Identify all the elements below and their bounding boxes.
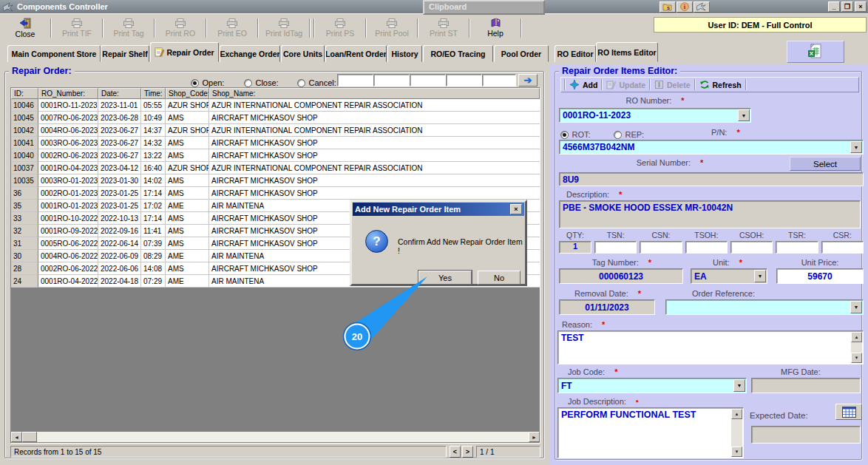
ro-row[interactable]: 10042 0004RO-06-2023 2023-06-27 14:37 AZ…	[11, 124, 540, 137]
hscroll-track[interactable]	[37, 432, 529, 442]
filter-input-4[interactable]	[446, 74, 482, 86]
refresh-button[interactable]: Refresh	[699, 80, 742, 89]
col-ro-number[interactable]: RO_Number:	[38, 88, 98, 99]
description-field[interactable]: PBE - SMOKE HOOD ESSEX MR-10042N	[559, 200, 861, 228]
scroll-down-icon[interactable]: ▼	[731, 447, 742, 457]
close-icon[interactable]: ×	[510, 204, 522, 214]
page-next-button[interactable]: >	[462, 446, 473, 458]
ro-number-combo[interactable]: 0001RO-11-2023 ▼	[559, 108, 751, 123]
measure-field[interactable]	[594, 241, 637, 254]
unit-combo[interactable]: EA ▼	[691, 268, 767, 284]
chevron-down-icon[interactable]: ▼	[754, 270, 766, 282]
measure-field[interactable]	[776, 241, 818, 254]
tab-loan-rent-order[interactable]: Loan/Rent Order	[325, 45, 387, 62]
close-window-button[interactable]: ×	[855, 1, 867, 12]
tab-history[interactable]: History	[387, 45, 422, 62]
filter-input-1[interactable]	[337, 74, 373, 86]
expected-date-field[interactable]	[751, 426, 861, 444]
ro-row[interactable]: 10046 0001RO-11-2023 2023-11-01 05:55 AZ…	[11, 99, 540, 112]
no-button[interactable]: No	[478, 271, 521, 285]
clipboard-window[interactable]: Clipboard	[423, 0, 545, 15]
ro-row[interactable]: 10037 0001RO-04-2023 2023-04-12 16:40 AZ…	[11, 162, 540, 174]
scroll-up-icon[interactable]: ▲	[731, 409, 742, 419]
filter-input-5[interactable]	[482, 74, 516, 86]
pn-combo[interactable]: 4566M37B042NM ▼	[559, 140, 864, 155]
col-id[interactable]: ID:	[11, 88, 38, 99]
filter-input-3[interactable]	[410, 74, 446, 86]
scroll-right-icon[interactable]: ►	[529, 432, 540, 442]
delete-button[interactable]: Delete	[654, 80, 691, 89]
measure-field[interactable]: 1	[559, 241, 591, 254]
scroll-left-icon[interactable]: ◄	[11, 432, 22, 442]
calendar-button[interactable]	[835, 404, 862, 420]
update-button[interactable]: Update	[606, 80, 645, 89]
page-prev-button[interactable]: <	[450, 446, 461, 458]
help-button[interactable]: Help	[472, 16, 519, 39]
print-pool-button[interactable]: Print Pool	[368, 16, 416, 39]
removal-date-field[interactable]: 01/11/2023	[559, 299, 655, 315]
table-hscrollbar[interactable]: ◄ ►	[11, 432, 540, 442]
unit-price-field[interactable]: 59670	[776, 268, 864, 284]
ro-row[interactable]: 10035 0003RO-01-2023 2023-01-30 14:02 AM…	[11, 174, 540, 187]
ro-row[interactable]: 36 0002RO-01-2023 2023-01-25 17:14 AMS A…	[11, 187, 540, 200]
col-time[interactable]: Time:	[141, 88, 166, 99]
vscroll-track[interactable]	[851, 342, 862, 353]
tab-exchange-order[interactable]: Exchange Order	[220, 45, 280, 62]
tab-core-units[interactable]: Core Units	[281, 45, 325, 62]
measure-field[interactable]	[685, 241, 728, 254]
save-tray-button[interactable]: s	[660, 1, 676, 13]
tag-number-field[interactable]: 000060123	[559, 268, 683, 284]
info-tray-button[interactable]: i	[677, 1, 693, 13]
tab-ro-editor[interactable]: RO Editor	[555, 45, 596, 62]
yes-button[interactable]: Yes	[418, 271, 472, 285]
serial-number-field[interactable]: 8U9	[559, 172, 864, 186]
mfg-date-field[interactable]	[751, 378, 861, 393]
add-button[interactable]: Add	[569, 80, 597, 89]
order-reference-combo[interactable]: ▼	[665, 299, 864, 315]
measure-field[interactable]	[640, 241, 682, 254]
tab-pool-order[interactable]: Pool Order	[494, 45, 549, 62]
job-description-textarea[interactable]: PERFORM FUNCTIONAL TEST ▲ ▼	[557, 407, 744, 458]
chevron-down-icon[interactable]: ▼	[850, 301, 862, 313]
dialog-title-bar[interactable]: Add New Repair Order Item ×	[353, 203, 524, 216]
chevron-down-icon[interactable]: ▼	[733, 379, 745, 392]
rot-radio[interactable]: ROT:	[560, 127, 591, 140]
print-idtag-button[interactable]: Print IdTag	[260, 16, 308, 39]
minimize-button[interactable]: _	[828, 1, 840, 12]
restore-button[interactable]: ❐	[841, 1, 853, 12]
print-tag-button[interactable]: Print Tag	[105, 16, 152, 39]
reason-textarea[interactable]: TEST ▲ ▼	[557, 330, 864, 364]
plane-tray-button[interactable]	[694, 1, 710, 13]
print-eo-button[interactable]: Print EO	[208, 16, 256, 39]
col-shop-code[interactable]: Shop_Code:	[166, 88, 209, 99]
chevron-down-icon[interactable]: ▼	[738, 109, 750, 121]
filter-input-2[interactable]	[373, 74, 410, 86]
close-button[interactable]: Close	[1, 16, 49, 39]
measure-field[interactable]	[730, 241, 773, 254]
scroll-down-icon[interactable]: ▼	[851, 353, 862, 363]
ro-row[interactable]: 10041 0003RO-06-2023 2023-06-27 14:32 AM…	[11, 137, 540, 149]
col-shop-name[interactable]: Shop_Name:	[209, 88, 540, 99]
measure-field[interactable]	[821, 241, 864, 254]
tab-main-component-store[interactable]: Main Component Store	[7, 45, 101, 62]
print-tif-button[interactable]: Print TIF	[53, 16, 101, 39]
excel-export-button[interactable]: X	[787, 41, 844, 63]
tab-ro-eo-tracing[interactable]: RO/EO Tracing	[423, 45, 493, 62]
print-st-button[interactable]: Print ST	[420, 16, 467, 39]
tab-repair-order[interactable]: Repair Order	[150, 42, 219, 62]
col-date[interactable]: Date:	[98, 88, 141, 99]
vscroll-track[interactable]	[731, 419, 742, 447]
tab-ro-items-editor[interactable]: RO Items Editor	[596, 42, 658, 62]
ro-row[interactable]: 10045 0007RO-06-2023 2023-06-28 10:49 AM…	[11, 112, 540, 124]
job-description-scrollbar[interactable]: ▲ ▼	[731, 409, 742, 457]
reason-scrollbar[interactable]: ▲ ▼	[851, 332, 862, 363]
job-code-combo[interactable]: FT ▼	[557, 378, 747, 393]
tab-repair-shelf[interactable]: Repair Shelf	[101, 45, 149, 62]
select-button[interactable]: Select	[790, 157, 861, 171]
rep-radio[interactable]: REP:	[614, 127, 644, 140]
print-ps-button[interactable]: Print PS	[316, 16, 364, 39]
hscroll-thumb[interactable]	[22, 432, 37, 442]
print-ro-button[interactable]: Print RO	[157, 16, 204, 39]
chevron-down-icon[interactable]: ▼	[850, 141, 862, 153]
scroll-up-icon[interactable]: ▲	[851, 332, 862, 342]
